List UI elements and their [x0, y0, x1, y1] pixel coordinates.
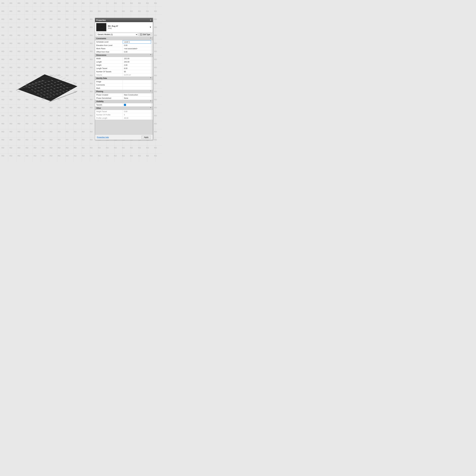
watermark-label: RD	[10, 34, 12, 36]
prop-tassels-value[interactable]	[123, 103, 151, 106]
watermark-label: RD	[154, 10, 157, 12]
watermark-label: RD	[1, 66, 4, 68]
watermark-label: RD	[66, 155, 68, 157]
scroll-indicator	[151, 50, 153, 53]
panel-close-button[interactable]: ✕	[150, 19, 152, 21]
watermark-label: RD	[34, 18, 36, 20]
prop-mark-value[interactable]	[123, 86, 151, 90]
watermark-label: RD	[90, 18, 93, 20]
watermark-label: RD	[10, 139, 12, 141]
section-identity-collapse[interactable]: ⌃	[150, 77, 152, 79]
watermark-label: RD	[130, 147, 133, 149]
watermark-label: RD	[34, 147, 36, 149]
prop-length-tassel: Length Tassel 8.00	[95, 67, 153, 70]
prop-tassels-visibility: Tassels	[95, 103, 153, 106]
watermark-label: RD	[90, 10, 93, 12]
watermark-label: RD	[82, 50, 85, 52]
apply-button[interactable]: Apply	[141, 136, 151, 139]
watermark-label: RD	[90, 139, 93, 141]
prop-comments: Comments	[95, 83, 153, 86]
watermark-label: RD	[26, 34, 28, 36]
watermark-label: RD	[74, 34, 77, 36]
prop-length-tassel-label: Length Tassel	[95, 67, 123, 70]
prop-width-value[interactable]: 152.00	[123, 57, 151, 60]
watermark-label: RD	[82, 147, 85, 149]
section-constraints-collapse[interactable]: ⌃	[150, 37, 152, 40]
watermark-label: RD	[82, 82, 85, 85]
watermark-label: RD	[34, 115, 36, 117]
category-select[interactable]: Generic Models (1)	[96, 33, 138, 36]
prop-height-value[interactable]: 2.00	[123, 64, 151, 67]
prop-length-value[interactable]: 243.00	[123, 60, 151, 63]
prop-offset-value[interactable]: 0.00	[123, 50, 151, 53]
prop-number-profile-label: Number Of Profile	[95, 113, 123, 116]
section-constraints: Constraints ⌃	[95, 37, 153, 40]
section-phasing-collapse[interactable]: ⌃	[150, 90, 152, 93]
watermark-label: RD	[82, 18, 85, 20]
watermark-label: RD	[66, 115, 68, 117]
watermark-label: RD	[82, 58, 85, 61]
watermark-label: RD	[90, 74, 93, 77]
prop-phase-demolished-value[interactable]: None	[123, 97, 151, 100]
watermark-label: RD	[74, 155, 77, 157]
prop-length-label: Length	[95, 60, 123, 63]
prop-width: Width 152.00	[95, 57, 153, 60]
watermark-label: RD	[122, 10, 125, 12]
watermark-label: RD	[146, 147, 149, 149]
watermark-label: RD	[34, 34, 36, 36]
tassels-checkbox[interactable]	[124, 104, 126, 106]
watermark-label: RD	[90, 42, 93, 45]
scroll-indicator	[151, 64, 153, 67]
section-dimensions-collapse[interactable]: ⌃	[150, 54, 152, 56]
watermark-label: RD	[26, 2, 28, 4]
watermark-label: RD	[10, 131, 12, 133]
watermark-label: RD	[1, 74, 4, 77]
watermark-label: RD	[138, 10, 141, 12]
prop-image-label: Image	[95, 80, 123, 83]
section-other-collapse[interactable]: ⌃	[150, 107, 152, 109]
prop-phase-created-value[interactable]: New Construction	[123, 93, 151, 96]
watermark-label: RD	[98, 147, 101, 149]
prop-mark: Mark	[95, 86, 153, 90]
watermark-label: RD	[58, 10, 61, 12]
watermark-label: RD	[82, 139, 85, 141]
watermark-label: RD	[106, 147, 109, 149]
prop-image-value[interactable]	[123, 80, 151, 83]
watermark-label: RD	[90, 155, 93, 157]
watermark-label: RD	[10, 155, 12, 157]
watermark-label: RD	[1, 139, 4, 141]
watermark-label: RD	[26, 10, 28, 12]
watermark-label: RD	[10, 115, 12, 117]
prop-phase-created-label: Phase Created	[95, 93, 123, 96]
watermark-label: RD	[58, 42, 61, 45]
watermark-label: RD	[90, 58, 93, 61]
watermark-label: RD	[130, 155, 133, 157]
prop-elevation-from-level: Elevation from Level 0.00	[95, 44, 153, 47]
edit-type-button[interactable]: Edit Type	[139, 33, 152, 36]
watermark-label: RD	[74, 131, 77, 133]
watermark-label: RD	[42, 122, 45, 125]
panel-title: Properties	[96, 19, 106, 21]
section-visibility-collapse[interactable]: ⌃	[150, 100, 152, 103]
prop-schedule-level-text: Level 1	[124, 41, 130, 43]
watermark-label: RD	[74, 139, 77, 141]
watermark-label: RD	[58, 155, 61, 157]
prop-comments-value[interactable]	[123, 83, 151, 86]
properties-help-link[interactable]: Properties help	[97, 136, 109, 138]
prop-offset-from-host: Offset from Host 0.00	[95, 50, 153, 53]
watermark-label: RD	[34, 50, 36, 52]
prop-volume-value: 0.074 m³	[123, 73, 151, 76]
watermark-label: RD	[10, 106, 12, 109]
watermark-label: RD	[66, 139, 68, 141]
prop-number-tassels-value[interactable]: 60	[123, 70, 151, 73]
watermark-label: RD	[74, 106, 77, 109]
watermark-label: RD	[34, 131, 36, 133]
section-phasing: Phasing ⌃	[95, 90, 153, 93]
scroll-indicator	[151, 93, 153, 96]
prop-elevation-value[interactable]: 0.00	[123, 44, 151, 47]
prop-length-tassel-value[interactable]: 8.00	[123, 67, 151, 70]
watermark-label: RD	[17, 106, 20, 109]
prop-schedule-level-value[interactable]: Level 1	[123, 40, 151, 44]
watermark-label: RD	[1, 34, 4, 36]
watermark-label: RD	[50, 34, 52, 36]
